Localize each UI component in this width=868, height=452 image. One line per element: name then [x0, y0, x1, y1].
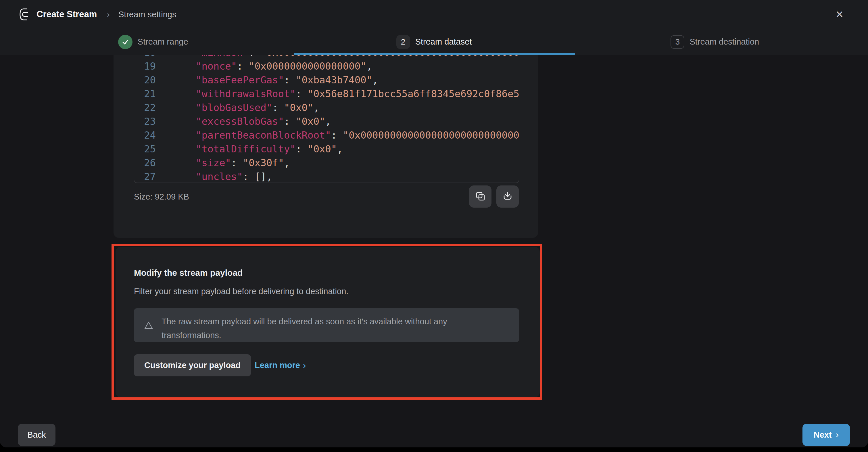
check-circle-icon — [118, 35, 132, 49]
next-button[interactable]: Next › — [803, 424, 850, 446]
modify-payload-description: Filter your stream payload before delive… — [134, 287, 348, 296]
quicknode-logo-icon — [19, 8, 32, 21]
code-line: 26"size": "0x30f", — [134, 156, 519, 170]
create-stream-window: 18"mixHash": "0x000000000000000000000000… — [0, 0, 868, 447]
active-step-indicator — [294, 53, 575, 55]
breadcrumb-chevron-icon: › — [107, 0, 110, 29]
dataset-size-label: Size: 92.09 KB — [134, 185, 189, 208]
step-number-badge: 3 — [671, 35, 684, 49]
close-button[interactable]: ✕ — [832, 7, 847, 22]
copy-button[interactable] — [469, 185, 492, 208]
warning-triangle-icon — [144, 320, 153, 331]
download-button[interactable] — [496, 185, 519, 208]
modify-payload-card: Modify the stream payload Filter your st… — [116, 247, 540, 397]
download-icon — [503, 191, 513, 202]
chevron-right-icon: › — [303, 360, 306, 371]
payload-code-viewer[interactable]: 18"mixHash": "0x000000000000000000000000… — [134, 43, 519, 183]
dataset-size-row: Size: 92.09 KB — [134, 185, 519, 208]
close-icon: ✕ — [836, 9, 844, 20]
learn-more-link[interactable]: Learn more › — [255, 354, 306, 376]
chevron-right-icon: › — [836, 429, 839, 440]
code-line: 19"nonce": "0x0000000000000000", — [134, 59, 519, 73]
step-label: Stream dataset — [415, 37, 472, 47]
step-stream-dataset[interactable]: 2 Stream dataset — [293, 29, 574, 55]
code-line: 24"parentBeaconBlockRoot": "0x0000000000… — [134, 128, 519, 142]
code-line: 22"blobGasUsed": "0x0", — [134, 101, 519, 115]
app-header: Create Stream › Stream settings ✕ — [0, 0, 868, 29]
page-title: Create Stream — [36, 0, 97, 29]
code-lines: 18"mixHash": "0x000000000000000000000000… — [134, 46, 519, 183]
breadcrumb: Stream settings — [118, 0, 176, 29]
customize-payload-button[interactable]: Customize your payload — [134, 354, 251, 376]
raw-payload-notice: The raw stream payload will be delivered… — [134, 308, 519, 342]
copy-icon — [475, 191, 485, 202]
wizard-footer: Back Next › — [0, 418, 868, 447]
modify-payload-heading: Modify the stream payload — [134, 268, 243, 278]
stepper-bar: Stream range 2 Stream dataset 3 Stream d… — [0, 29, 868, 55]
code-line: 23"excessBlobGas": "0x0", — [134, 115, 519, 128]
step-label: Stream destination — [689, 37, 759, 47]
raw-payload-notice-text: The raw stream payload will be delivered… — [161, 314, 466, 342]
code-line: 20"baseFeePerGas": "0xba43b7400", — [134, 73, 519, 87]
code-line: 25"totalDifficulty": "0x0", — [134, 142, 519, 156]
step-stream-destination[interactable]: 3 Stream destination — [575, 29, 855, 55]
step-label: Stream range — [138, 37, 188, 47]
step-stream-range[interactable]: Stream range — [13, 29, 293, 55]
learn-more-label: Learn more — [255, 361, 300, 370]
dataset-preview-card: 18"mixHash": "0x000000000000000000000000… — [114, 34, 538, 238]
code-line: 21"withdrawalsRoot": "0x56e81f171bcc55a6… — [134, 87, 519, 101]
next-button-label: Next — [814, 430, 832, 440]
code-line: 27"uncles": [], — [134, 170, 519, 183]
step-number-badge: 2 — [396, 35, 410, 49]
back-button[interactable]: Back — [18, 424, 56, 446]
